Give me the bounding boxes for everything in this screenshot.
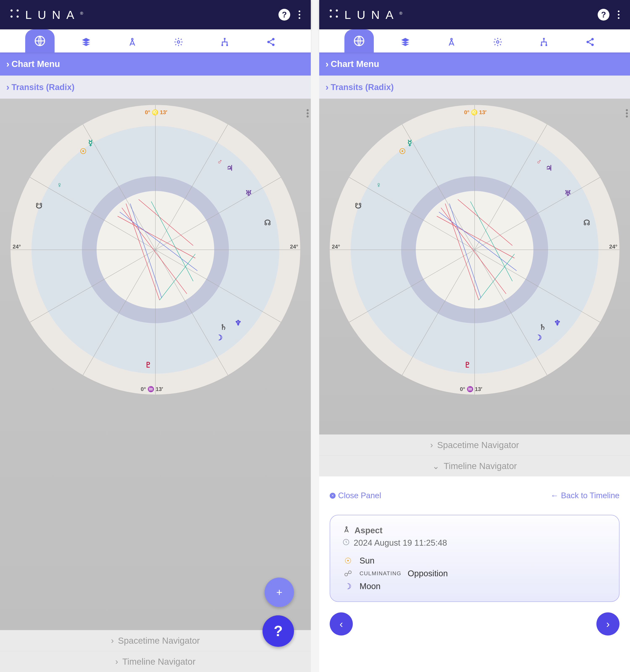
globe-icon	[353, 35, 365, 47]
app-title: LUNA®	[25, 8, 83, 22]
share-icon	[585, 37, 595, 47]
kebab-menu-icon[interactable]	[299, 10, 300, 19]
logo-dots-icon	[10, 9, 21, 20]
next-button[interactable]: ›	[597, 613, 620, 635]
spacetime-label: Spacetime Navigator	[118, 636, 200, 646]
aspect-lines	[416, 191, 533, 309]
aspect-card-header: Aspect	[343, 526, 606, 535]
chevron-right-icon: ›	[326, 59, 329, 69]
venus-glyph: ♀	[376, 181, 381, 189]
jupiter-glyph: ♃	[226, 164, 233, 172]
timeline-navigator-button[interactable]: ⌄ Timeline Navigator	[319, 455, 630, 476]
svg-point-30	[586, 41, 589, 43]
close-panel-label: Close Panel	[338, 491, 381, 500]
mercury-glyph: ☿	[88, 139, 93, 147]
chevron-right-icon: ›	[6, 59, 9, 69]
aspect-lines	[97, 191, 214, 309]
chart-menu-button[interactable]: › Chart Menu	[0, 52, 311, 76]
transits-menu-button[interactable]: › Transits (Radix)	[0, 76, 311, 99]
chart-bottom-sign: 0° ♒ 13′	[141, 386, 163, 392]
tab-globe[interactable]	[25, 29, 54, 52]
help-icon[interactable]: ?	[598, 9, 609, 21]
app-title: LUNA®	[344, 8, 402, 22]
svg-point-29	[591, 38, 594, 41]
aspect-pager: ‹ ›	[330, 613, 620, 635]
aspect-card[interactable]: Aspect 2024 August 19 11:25:48 ☉ Sun ☍ C…	[330, 515, 620, 602]
tab-share[interactable]	[256, 31, 286, 52]
relation-prefix: CULMINATING	[359, 570, 401, 577]
tab-settings[interactable]	[483, 31, 512, 52]
chevron-down-icon: ⌄	[433, 461, 440, 471]
spacetime-navigator-button[interactable]: › Spacetime Navigator	[319, 434, 630, 455]
screen-right: LUNA® ? › Chart Menu	[319, 0, 630, 672]
uranus-glyph: ♅	[564, 189, 571, 198]
desc-node-glyph: ☋	[36, 201, 42, 210]
saturn-glyph: ♄	[220, 323, 227, 332]
chart-top-sign: 0° ♌ 13′	[145, 109, 167, 116]
tab-share[interactable]	[576, 31, 605, 52]
help-icon[interactable]: ?	[278, 9, 290, 21]
sun-glyph: ☉	[399, 147, 406, 156]
sitemap-icon	[220, 37, 230, 47]
tab-layers[interactable]	[391, 31, 420, 52]
asc-node-glyph: ☊	[264, 218, 271, 227]
tab-compass[interactable]	[118, 31, 147, 52]
natal-chart-wheel[interactable]: 0° ♌ 13′ 0° ♒ 13′ 24° 24° ☉ ☿ ♀ ♂ ♃ ♅ ☽ …	[10, 105, 300, 394]
compass-icon	[127, 37, 137, 47]
svg-rect-3	[224, 38, 226, 40]
svg-line-39	[437, 216, 514, 258]
fab-add-button[interactable]: +	[264, 578, 294, 607]
chart-kebab-icon[interactable]	[626, 109, 628, 118]
pluto-glyph: ♇	[464, 361, 471, 369]
gear-icon	[174, 37, 183, 47]
tab-tree[interactable]	[210, 31, 239, 52]
back-to-timeline-button[interactable]: ← Back to Timeline	[551, 491, 620, 500]
svg-rect-4	[221, 45, 223, 46]
svg-line-43	[449, 203, 481, 298]
tab-settings[interactable]	[164, 31, 193, 52]
transits-label: Transits (Radix)	[11, 82, 74, 92]
aspect-relation-row: ☍ CULMINATING Opposition	[343, 569, 606, 578]
aspect-timestamp: 2024 August 19 11:25:48	[354, 538, 447, 548]
close-panel-button[interactable]: × Close Panel	[330, 491, 381, 500]
chevron-right-icon: ›	[326, 82, 329, 92]
svg-line-19	[120, 212, 197, 271]
chart-menu-button[interactable]: › Chart Menu	[319, 52, 630, 76]
app-logo[interactable]: LUNA®	[10, 8, 83, 22]
timeline-navigator-button[interactable]: › Timeline Navigator	[0, 651, 311, 672]
back-arrow-icon: ←	[551, 491, 558, 500]
tab-compass[interactable]	[437, 31, 466, 52]
neptune-glyph: ♆	[235, 318, 241, 328]
fab-help-button[interactable]: ?	[262, 615, 294, 647]
chart-menu-label: Chart Menu	[331, 59, 379, 69]
tab-layers[interactable]	[71, 31, 101, 52]
app-logo[interactable]: LUNA®	[330, 8, 402, 22]
pluto-glyph: ♇	[145, 361, 151, 369]
panel-links: × Close Panel ← Back to Timeline	[330, 485, 620, 506]
aspect-moon-row: ☽ Moon	[343, 581, 606, 591]
moon-glyph: ☽	[216, 333, 223, 342]
kebab-menu-icon[interactable]	[618, 10, 620, 19]
tab-tree[interactable]	[529, 31, 559, 52]
svg-line-44	[470, 201, 512, 281]
chevron-right-icon: ›	[6, 82, 9, 92]
svg-line-20	[130, 203, 162, 298]
chart-bottom-sign: 0° ♒ 13′	[460, 386, 482, 392]
svg-line-22	[160, 254, 195, 300]
svg-point-2	[177, 41, 180, 43]
aspect-card-time: 2024 August 19 11:25:48	[343, 538, 606, 548]
transits-menu-button[interactable]: › Transits (Radix)	[319, 76, 630, 99]
svg-point-1	[132, 39, 133, 40]
opposition-icon: ☍	[343, 569, 353, 578]
jupiter-glyph: ♃	[545, 164, 552, 172]
mars-glyph: ♂	[217, 158, 223, 166]
compass-icon	[343, 526, 350, 535]
app-header: LUNA® ?	[319, 0, 630, 29]
natal-chart-wheel[interactable]: 0° ♌ 13′ 0° ♒ 13′ 24° 24° ☉ ☿ ♀ ♂ ♃ ♅ ☽ …	[330, 105, 620, 394]
asc-node-glyph: ☊	[583, 218, 590, 227]
prev-button[interactable]: ‹	[330, 613, 353, 635]
svg-point-46	[346, 527, 347, 528]
chart-kebab-icon[interactable]	[307, 109, 309, 118]
svg-point-7	[267, 41, 270, 43]
tab-globe[interactable]	[344, 29, 374, 52]
